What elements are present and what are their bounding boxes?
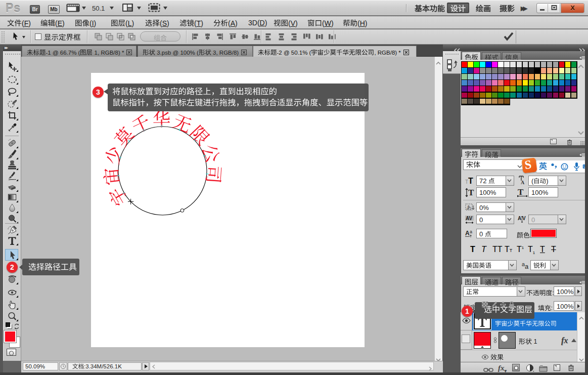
svg-text:A: A [465, 230, 470, 237]
svg-text:a: a [470, 229, 472, 234]
svg-text:T: T [468, 188, 474, 197]
svg-text:A: A [518, 216, 521, 221]
svg-text:T: T [518, 188, 524, 197]
svg-text:V: V [522, 216, 526, 221]
svg-text:あ: あ [467, 204, 472, 210]
svg-text:A: A [521, 180, 525, 185]
svg-text:AV: AV [466, 216, 472, 221]
